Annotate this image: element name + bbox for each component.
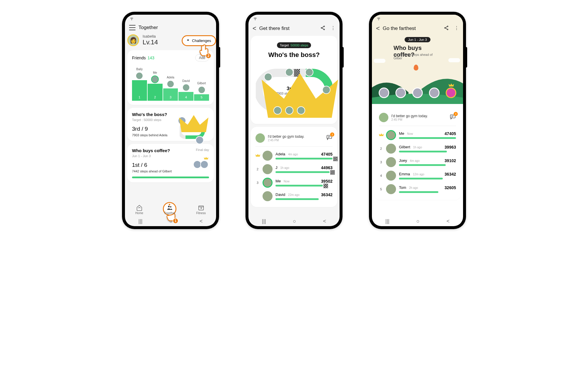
chat-icon[interactable]: 3 (326, 134, 333, 142)
recent-apps-icon[interactable]: ||| (385, 218, 390, 224)
nav-home-label: Home (135, 211, 143, 215)
page-title: Get there first (259, 26, 290, 31)
message-text: I'd better go gym today. (268, 135, 304, 139)
home-button-icon[interactable]: ○ (293, 218, 296, 224)
crown-icon (179, 113, 208, 137)
nav-fitness[interactable]: Fitness (196, 204, 206, 215)
status-bar (125, 15, 216, 22)
target-value: 50000 steps (290, 43, 308, 47)
challenges-label: Challenges (192, 38, 211, 43)
wifi-icon (253, 16, 257, 21)
leaderboard-row[interactable]: 4Emma 12m ago36342 (379, 169, 456, 182)
leaderboard-row[interactable]: 3Joey 4m ago39102 (379, 155, 456, 169)
challenges-button[interactable]: Challenges (182, 35, 216, 46)
message-text: I'd better go gym today. (391, 114, 428, 118)
recent-apps-icon[interactable]: ||| (262, 218, 266, 224)
fitness-icon (198, 204, 204, 211)
screen-3: < Go the farthest ⋮ Jun 1 - Jun 3 Who bu… (372, 15, 463, 226)
share-icon[interactable] (320, 25, 325, 32)
nav-together[interactable]: Together (164, 204, 176, 215)
challenge-title: Who buys coffee? (132, 148, 170, 153)
profile-row: 👩 Isabella Lv.14 Challenges 2 (125, 34, 216, 50)
message-row[interactable]: I'd better go gym today. 2:45 PM 3 (255, 131, 333, 145)
crown-icon (262, 69, 338, 128)
svg-point-12 (447, 29, 448, 30)
friend-bar: Baily1 (132, 68, 147, 101)
nav-home[interactable]: Home (135, 204, 143, 215)
leaderboard-3: Me Now474052Gilbert 1h ago399633Joey 4m … (379, 128, 456, 196)
more-icon[interactable]: ⋮ (331, 25, 335, 32)
message-row[interactable]: I'd better go gym today. 2:45 PM 3 (379, 110, 456, 125)
system-nav: ||| ○ < (372, 216, 463, 226)
svg-point-0 (168, 206, 170, 208)
back-button-icon[interactable]: < (447, 218, 450, 224)
add-friend-button[interactable]: Add (195, 54, 209, 61)
challenge-card-coffee[interactable]: Who buys coffee? Final day Jun 1 - Jun 3… (127, 144, 214, 182)
friend-pin-leader (446, 88, 456, 98)
leaderboard-row[interactable]: Adela 4m ago47405 (255, 149, 333, 162)
phone-3: < Go the farthest ⋮ Jun 1 - Jun 3 Who bu… (369, 12, 466, 229)
leaderboard-row[interactable]: 5Tom 2h ago32605 (379, 182, 456, 196)
page-title: Together (138, 25, 158, 31)
home-icon (136, 204, 143, 211)
leaderboard-row[interactable]: David 22m ago36342 (255, 189, 333, 203)
chat-icon[interactable]: 3 (450, 114, 456, 121)
back-icon[interactable]: < (253, 25, 256, 32)
friend-pin (379, 88, 389, 98)
friends-bar-chart: Baily1 Me2 Adela3 David4 Gilbert5 (132, 65, 209, 101)
svg-point-3 (324, 26, 325, 27)
home-button-icon[interactable]: ○ (416, 218, 420, 224)
challenge-avatars (193, 160, 208, 170)
leaderboard-row[interactable]: 2Gilbert 1h ago39963 (379, 142, 456, 155)
friend-pins (372, 88, 463, 98)
recent-apps-icon[interactable]: ||| (138, 218, 143, 224)
back-icon[interactable]: < (376, 25, 380, 32)
friend-bar: Adela3 (163, 76, 178, 101)
status-bar (372, 15, 463, 22)
app-header: Together (125, 22, 216, 34)
message-avatar (379, 113, 388, 122)
chat-badge: 3 (330, 132, 334, 137)
track-avatar (285, 106, 293, 115)
message-time: 2:45 PM (268, 139, 304, 142)
challenge-card-boss[interactable]: Who's the boss? Target : 50000 steps 3rd… (127, 108, 214, 141)
nav-fitness-label: Fitness (196, 211, 206, 215)
challenge-badge: Final day (196, 148, 209, 154)
share-icon[interactable] (444, 25, 449, 32)
message-leaderboard-card: I'd better go gym today. 2:45 PM 3 Adela… (251, 127, 337, 207)
svg-point-11 (445, 28, 445, 28)
wifi-icon (377, 16, 381, 21)
date-pill: Jun 1 - Jun 3 (405, 37, 430, 42)
friend-bar: Gilbert5 (194, 82, 209, 101)
leaderboard-row[interactable]: 3Me Now39502 (255, 176, 333, 189)
user-name: Isabella (143, 34, 158, 38)
home-button-icon[interactable]: ○ (169, 218, 173, 224)
status-bar (248, 15, 340, 22)
leaderboard-row[interactable]: 2J 1h ago44963 (255, 162, 333, 176)
leaderboard-row[interactable]: Me Now47405 (379, 128, 456, 142)
crown-icon (204, 157, 208, 160)
message-time: 2:45 PM (391, 118, 428, 121)
svg-point-1 (170, 206, 172, 208)
friend-pin (429, 88, 440, 98)
phone-1: Together 👩 Isabella Lv.14 Challenges 2 F… (122, 12, 219, 229)
track-card: Target 50000 steps Who's the boss? 3rd /… (251, 36, 337, 124)
screen-2: < Get there first ⋮ Target 50000 steps W… (248, 15, 340, 226)
friends-card[interactable]: Friends 143 Add Baily1 Me2 Adela3 David4… (127, 50, 214, 105)
system-nav: ||| ○ < (125, 216, 216, 226)
friend-bar: Me2 (148, 71, 163, 101)
message-leaderboard-card: I'd better go gym today. 2:45 PM 3 Me No… (374, 106, 461, 200)
bottom-nav: Home Together Fitness (125, 201, 216, 216)
svg-point-4 (321, 28, 322, 28)
friends-label: Friends (132, 56, 146, 60)
flag-icon (187, 39, 190, 43)
challenge-ahead: 7442 steps ahead of Gilbert (132, 169, 209, 173)
friends-count: 143 (148, 56, 154, 60)
back-button-icon[interactable]: < (323, 218, 326, 224)
target-pill: Target 50000 steps (277, 42, 311, 48)
target-label: Target (280, 43, 289, 47)
menu-icon[interactable] (129, 25, 136, 30)
user-avatar[interactable]: 👩 (127, 34, 139, 46)
back-button-icon[interactable]: < (200, 218, 203, 224)
more-icon[interactable]: ⋮ (454, 25, 459, 32)
